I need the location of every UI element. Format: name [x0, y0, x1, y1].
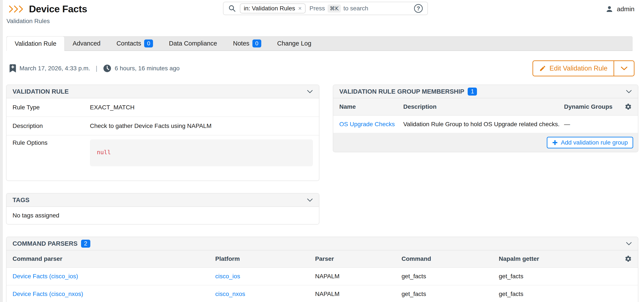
- group-membership-panel: VALIDATION RULE GROUP MEMBERSHIP 1 Name …: [333, 85, 638, 152]
- rule-type-value: EXACT_MATCH: [90, 104, 313, 111]
- gear-icon: [624, 103, 632, 111]
- tags-panel-title: TAGS: [12, 196, 30, 204]
- collapse-chevron-icon[interactable]: [626, 90, 632, 93]
- created-timestamp: March 17, 2026, 4:33 p.m.: [20, 65, 90, 72]
- tab-contacts[interactable]: Contacts0: [108, 36, 161, 50]
- collapse-chevron-icon[interactable]: [307, 90, 313, 93]
- nautobot-chevrons-icon[interactable]: [9, 5, 24, 13]
- breadcrumb[interactable]: Validation Rules: [0, 15, 644, 25]
- tags-empty-text: No tags assigned: [6, 207, 319, 224]
- command-parser-link[interactable]: Device Facts (cisco_ios): [12, 273, 78, 280]
- user-icon: [605, 5, 614, 13]
- description-row: Description Check to gather Device Facts…: [6, 117, 319, 136]
- search-placeholder: Press ⌘K to search: [310, 4, 368, 12]
- tab-notes[interactable]: Notes0: [225, 36, 269, 50]
- validation-rule-panel-title: VALIDATION RULE: [12, 88, 69, 95]
- user-menu[interactable]: admin: [605, 5, 634, 13]
- clock-icon: [103, 64, 111, 72]
- command-parsers-panel-title: COMMAND PARSERS: [12, 240, 78, 247]
- contacts-count-badge: 0: [144, 39, 153, 47]
- search-icon: [228, 4, 236, 12]
- command-parsers-table-header: Command parser Platform Parser Command N…: [6, 250, 638, 268]
- membership-row: OS Upgrade Checks Validation Rule Group …: [333, 116, 638, 133]
- pencil-icon: [539, 65, 546, 72]
- search-filter-chip[interactable]: in: Validation Rules ×: [240, 3, 306, 13]
- rule-type-row: Rule Type EXACT_MATCH: [6, 98, 319, 117]
- tab-change-log[interactable]: Change Log: [269, 36, 320, 50]
- created-bookmark-icon: [10, 64, 16, 72]
- group-membership-panel-title: VALIDATION RULE GROUP MEMBERSHIP: [339, 88, 464, 95]
- validation-rule-panel: VALIDATION RULE Rule Type EXACT_MATCH De…: [6, 85, 320, 181]
- collapsed-sidebar-edge[interactable]: [0, 0, 3, 302]
- chevron-down-icon: [620, 66, 628, 71]
- add-validation-rule-group-button[interactable]: Add validation rule group: [547, 137, 633, 149]
- notes-count-badge: 0: [252, 39, 261, 47]
- timestamps: March 17, 2026, 4:33 p.m. | 6 hours, 16 …: [10, 64, 180, 72]
- membership-count-badge: 1: [468, 88, 477, 96]
- rule-options-row: Rule Options null: [6, 136, 319, 180]
- edit-validation-rule-button[interactable]: Edit Validation Rule: [533, 61, 614, 76]
- tab-advanced[interactable]: Advanced: [64, 36, 108, 50]
- tags-panel: TAGS No tags assigned: [6, 193, 320, 225]
- membership-table-header: Name Description Dynamic Groups: [333, 98, 638, 116]
- table-settings-button[interactable]: [620, 255, 632, 263]
- table-settings-button[interactable]: [620, 103, 632, 111]
- rule-options-code: null: [90, 139, 313, 166]
- command-parser-row: Device Facts (cisco_nxos) cisco_nxos NAP…: [6, 285, 638, 302]
- gear-icon: [624, 255, 632, 263]
- command-parsers-count-badge: 2: [81, 240, 90, 248]
- search-help-icon[interactable]: ?: [414, 4, 423, 13]
- cmd-k-kbd: ⌘K: [328, 4, 341, 12]
- tab-validation-rule[interactable]: Validation Rule: [6, 36, 64, 51]
- platform-link[interactable]: cisco_ios: [215, 273, 240, 280]
- description-value: Check to gather Device Facts using NAPAL…: [90, 123, 313, 130]
- command-parsers-panel: COMMAND PARSERS 2 Command parser Platfor…: [6, 237, 638, 302]
- chip-close-icon[interactable]: ×: [298, 5, 302, 12]
- page-header: Device Facts Validation Rules in: Valida…: [0, 0, 644, 26]
- dynamic-groups-value: —: [564, 121, 620, 128]
- edit-dropdown-button[interactable]: [614, 61, 634, 76]
- page-title: Device Facts: [29, 3, 87, 15]
- search-filter-chip-label: in: Validation Rules: [244, 5, 295, 12]
- detail-tabs: Validation Rule Advanced Contacts0 Data …: [6, 36, 632, 51]
- username: admin: [617, 5, 634, 13]
- collapse-chevron-icon[interactable]: [307, 198, 313, 202]
- updated-ago: 6 hours, 16 minutes ago: [115, 65, 180, 72]
- command-parser-link[interactable]: Device Facts (cisco_nxos): [12, 291, 83, 297]
- global-search-input[interactable]: in: Validation Rules × Press ⌘K to searc…: [223, 2, 428, 15]
- platform-link[interactable]: cisco_nxos: [215, 291, 245, 297]
- plus-icon: [552, 140, 558, 146]
- collapse-chevron-icon[interactable]: [626, 242, 632, 246]
- group-link[interactable]: OS Upgrade Checks: [339, 121, 395, 128]
- edit-validation-rule-split-button: Edit Validation Rule: [532, 60, 634, 76]
- tab-data-compliance[interactable]: Data Compliance: [161, 36, 225, 50]
- command-parser-row: Device Facts (cisco_ios) cisco_ios NAPAL…: [6, 268, 638, 285]
